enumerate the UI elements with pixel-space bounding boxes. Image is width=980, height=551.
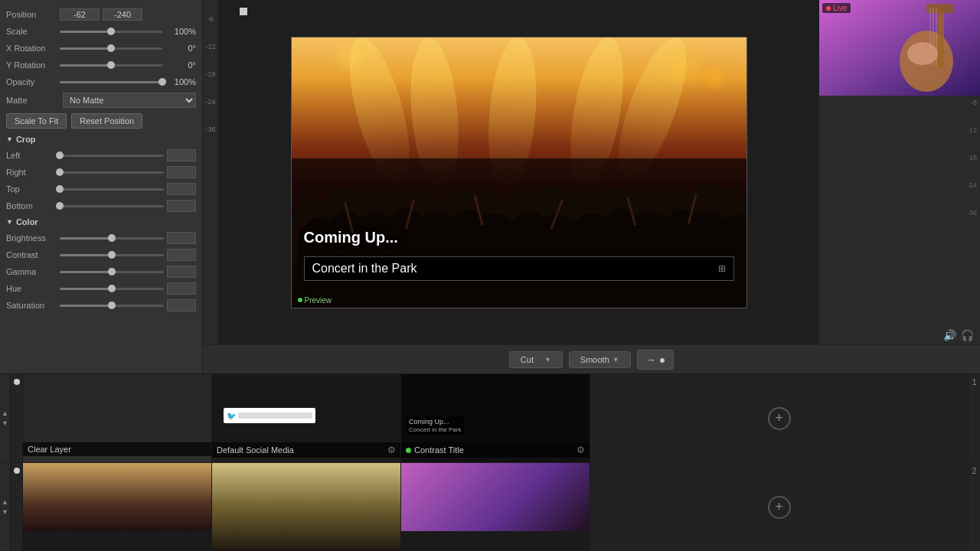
concert-clip-1[interactable]: [23, 463, 211, 551]
crop-left-slider[interactable]: [60, 150, 164, 161]
layer-1-label: 1: [968, 374, 980, 462]
brightness-row: Brightness 0.00: [0, 230, 202, 246]
contrast-slider[interactable]: [60, 249, 164, 260]
headphone-icon[interactable]: 🎧: [961, 329, 974, 341]
right-ruler-minus12: -12: [967, 126, 977, 134]
ruler-mark-minus18: -18: [205, 70, 215, 78]
layers-area: ▲ ▼ Clear Layer: [0, 374, 980, 551]
contrast-title-settings-icon[interactable]: ⚙: [577, 445, 585, 455]
canvas-wrap: Coming Up... Concert in the Park ⊞ Previ…: [218, 0, 819, 344]
crop-left-value[interactable]: 0: [167, 149, 196, 161]
layer-1-number: [11, 374, 23, 462]
twitter-text-placeholder: [238, 412, 312, 419]
cut-label: Cut: [521, 355, 534, 364]
right-panel: Live -6 -12 -18 -24 -36 🔊 🎧: [819, 0, 980, 344]
social-media-thumb: 🐦: [212, 374, 400, 442]
concert-clip-2[interactable]: [212, 463, 400, 551]
layer-1-row: ▲ ▼ Clear Layer: [0, 374, 980, 463]
scale-value: 100%: [165, 27, 196, 36]
hue-value[interactable]: 0.00: [167, 282, 196, 295]
yrotation-row: Y Rotation 0°: [0, 57, 202, 73]
crop-bottom-slider[interactable]: [60, 201, 164, 211]
reset-position-button[interactable]: Reset Position: [71, 113, 142, 129]
matte-row: Matte No Matte: [0, 90, 202, 110]
coming-up-text: Coming Up...: [304, 229, 398, 246]
clear-layer-label: Clear Layer: [23, 442, 211, 456]
title-bar[interactable]: Concert in the Park ⊞: [304, 256, 734, 281]
add-clip-button-2[interactable]: +: [768, 496, 791, 519]
layer-2-down-button[interactable]: ▼: [2, 509, 8, 516]
color-section-header[interactable]: ▼ Color: [0, 214, 202, 230]
svg-point-13: [907, 42, 938, 65]
yrotation-slider[interactable]: [60, 60, 162, 70]
smooth-button[interactable]: Smooth ▼: [569, 351, 631, 368]
layer-2-number: [11, 463, 23, 551]
saturation-label: Saturation: [6, 301, 60, 310]
add-clip-button-1[interactable]: +: [768, 407, 791, 430]
brightness-slider[interactable]: [60, 233, 164, 243]
crop-right-value[interactable]: 0: [167, 166, 196, 178]
layer-1-up-button[interactable]: ▲: [2, 410, 8, 417]
position-label: Position: [6, 10, 60, 19]
saturation-value[interactable]: 1.00: [167, 299, 196, 311]
scale-row: Scale 100%: [0, 23, 202, 40]
mini-coming-up: Coming Up...: [409, 418, 461, 425]
crop-top-slider[interactable]: [60, 184, 164, 194]
social-media-settings-icon[interactable]: ⚙: [387, 445, 396, 455]
opacity-row: Opacity 100%: [0, 73, 202, 90]
crop-left-label: Left: [6, 151, 60, 160]
layer-1-controls: ▲ ▼: [0, 374, 11, 462]
crop-right-label: Right: [6, 168, 60, 177]
crop-right-slider[interactable]: [60, 167, 164, 178]
layer-2-up-button[interactable]: ▲: [2, 499, 8, 506]
concert-thumb-2: [212, 463, 400, 551]
bottom-panel: ▲ ▼ Clear Layer: [0, 373, 980, 551]
scale-to-fit-button[interactable]: Scale To Fit: [6, 113, 67, 129]
brightness-value[interactable]: 0.00: [167, 232, 196, 244]
cut-dropdown-icon: ▼: [544, 356, 551, 364]
layer-1-down-button[interactable]: ▼: [2, 420, 8, 427]
mini-title: Concert in the Park: [409, 426, 461, 433]
saturation-slider[interactable]: [60, 300, 164, 311]
saturation-row: Saturation 1.00: [0, 297, 202, 314]
matte-select[interactable]: No Matte: [63, 93, 196, 108]
crop-top-value[interactable]: 0: [167, 183, 196, 195]
crop-bottom-value[interactable]: 0: [167, 200, 196, 212]
contrast-title-clip[interactable]: Coming Up... Concert in the Park Contras…: [401, 374, 590, 462]
color-label: Color: [16, 217, 38, 227]
social-media-clip[interactable]: 🐦 Default Social Media ⚙: [212, 374, 400, 462]
ruler-mark-minus36: -36: [205, 126, 215, 133]
social-media-text: Default Social Media: [217, 445, 294, 455]
scale-slider[interactable]: [60, 26, 162, 37]
gamma-value[interactable]: 1.00: [167, 266, 196, 278]
crop-label: Crop: [16, 135, 36, 144]
opacity-slider[interactable]: [60, 77, 162, 87]
hue-slider[interactable]: [60, 283, 164, 294]
volume-icon[interactable]: 🔊: [943, 329, 956, 341]
red-dot-icon: [826, 6, 831, 11]
clear-layer-clip[interactable]: Clear Layer: [23, 374, 211, 462]
preview-canvas[interactable]: Coming Up... Concert in the Park ⊞ Previ…: [291, 37, 747, 308]
bokeh-3: [338, 45, 361, 68]
hue-label: Hue: [6, 284, 60, 293]
transition-button[interactable]: → ●: [637, 350, 674, 370]
contrast-title-text: Contrast Title: [414, 445, 464, 455]
position-x-input[interactable]: [60, 8, 100, 21]
xrotation-slider[interactable]: [60, 43, 162, 54]
opacity-label: Opacity: [6, 77, 60, 86]
xrotation-row: X Rotation 0°: [0, 40, 202, 57]
right-ruler: -6 -12 -18 -24 -36: [819, 96, 980, 326]
cut-button[interactable]: Cut ▼: [509, 351, 563, 368]
guitar-clip[interactable]: [401, 463, 590, 551]
contrast-value[interactable]: 0.00: [167, 249, 196, 261]
concert-thumb-1: [23, 463, 211, 531]
ruler-mark-minus24: -24: [205, 98, 215, 106]
layer-2-controls: ▲ ▼: [0, 463, 11, 551]
right-ruler-minus18: -18: [967, 154, 977, 161]
gamma-slider[interactable]: [60, 266, 164, 277]
transport-bar: Cut ▼ Smooth ▼ → ●: [203, 344, 980, 373]
left-ruler: -6 -12 -18 -24 -36: [203, 0, 218, 344]
position-y-input[interactable]: [103, 8, 142, 21]
crop-section-header[interactable]: ▼ Crop: [0, 132, 202, 147]
color-arrow-icon: ▼: [6, 218, 13, 226]
